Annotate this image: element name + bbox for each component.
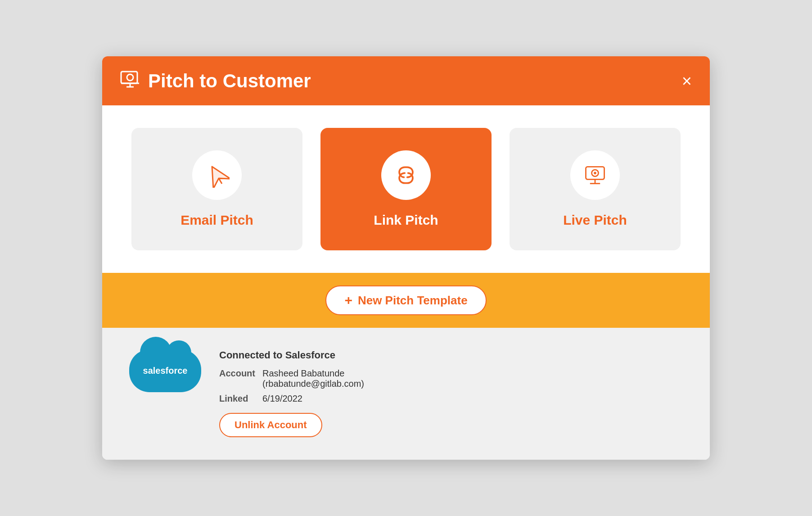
pitch-icon [120, 69, 140, 93]
salesforce-info: Connected to Salesforce Account Rasheed … [219, 346, 364, 437]
link-pitch-icon [393, 163, 419, 188]
modal-title: Pitch to Customer [148, 70, 311, 92]
email-pitch-card[interactable]: Email Pitch [131, 128, 302, 250]
salesforce-linked-row: Linked 6/19/2022 [219, 394, 364, 404]
salesforce-logo-text: salesforce [143, 366, 188, 376]
new-pitch-template-button[interactable]: + New Pitch Template [325, 285, 486, 315]
modal: Pitch to Customer × Email Pitch Link Pit… [102, 56, 710, 460]
email-pitch-label: Email Pitch [180, 213, 253, 228]
link-pitch-label: Link Pitch [374, 213, 438, 228]
salesforce-section: salesforce Connected to Salesforce Accou… [102, 328, 710, 460]
salesforce-logo: salesforce [129, 349, 201, 392]
live-pitch-icon-wrap [570, 150, 620, 200]
new-pitch-template-label: New Pitch Template [358, 294, 468, 308]
salesforce-linked-key: Linked [219, 394, 255, 404]
svg-point-11 [594, 172, 596, 175]
account-name-text: Rasheed Babatunde [262, 368, 344, 378]
live-pitch-label: Live Pitch [563, 213, 627, 228]
live-pitch-icon [582, 163, 608, 188]
live-pitch-card[interactable]: Live Pitch [510, 128, 681, 250]
pitch-options-section: Email Pitch Link Pitch [102, 105, 710, 273]
svg-rect-0 [121, 72, 137, 83]
salesforce-linked-date: 6/19/2022 [262, 394, 302, 404]
unlink-account-button[interactable]: Unlink Account [219, 413, 322, 437]
salesforce-account-row: Account Rasheed Babatunde (rbabatunde@gi… [219, 368, 364, 389]
salesforce-connected-label: Connected to Salesforce [219, 349, 364, 361]
link-pitch-icon-wrap [381, 150, 431, 200]
salesforce-account-key: Account [219, 368, 255, 379]
svg-point-1 [127, 74, 133, 81]
close-button[interactable]: × [682, 72, 692, 90]
email-pitch-icon-wrap [192, 150, 242, 200]
modal-header: Pitch to Customer × [102, 56, 710, 105]
header-left: Pitch to Customer [120, 69, 311, 93]
plus-icon: + [344, 293, 352, 308]
link-pitch-card[interactable]: Link Pitch [320, 128, 492, 250]
account-email-text: (rbabatunde@gitlab.com) [262, 379, 364, 389]
new-pitch-bar: + New Pitch Template [102, 273, 710, 328]
svg-line-6 [219, 178, 222, 184]
salesforce-account-name: Rasheed Babatunde (rbabatunde@gitlab.com… [262, 368, 364, 389]
